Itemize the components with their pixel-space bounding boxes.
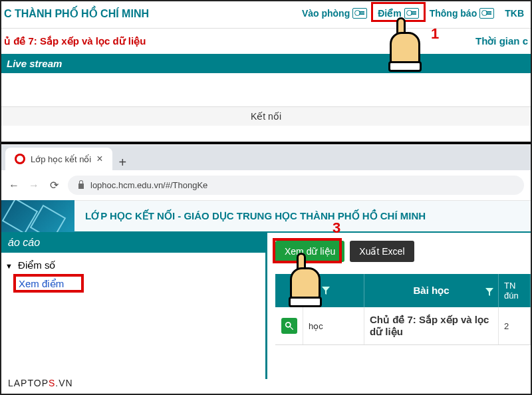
filter-icon[interactable]: [485, 287, 493, 295]
tree-link-xem-diem[interactable]: Xem điểm: [19, 278, 64, 289]
xem-du-lieu-button[interactable]: Xem dữ liệu: [275, 241, 344, 262]
watermark-post: .VN: [55, 378, 72, 388]
forward-icon[interactable]: →: [28, 180, 40, 192]
grid-header-row: ôn Bài học TN đún: [275, 274, 531, 307]
lesson-title: ủ đề 7: Sắp xếp và lọc dữ liệu: [4, 35, 146, 47]
tree-item-diem-so[interactable]: Điểm số: [1, 253, 265, 278]
left-panel-header: áo cáo: [1, 233, 265, 253]
banner-title: LỚP HỌC KẾT NỐI - GIÁO DỤC TRUNG HỌC THÀ…: [74, 210, 426, 222]
grid-header-mon: ôn: [309, 286, 318, 296]
watermark-pre: LAPTOP: [8, 378, 49, 388]
reload-icon[interactable]: ⟳: [48, 180, 60, 192]
filter-icon[interactable]: [322, 287, 330, 295]
back-icon[interactable]: ←: [8, 180, 20, 192]
nav-thong-bao[interactable]: Thông báo: [426, 5, 499, 21]
url-text: lophoc.hcm.edu.vn/#/ThongKe: [90, 180, 207, 190]
cell-bai-hoc: Chủ đề 7: Sắp xếp và lọc dữ liệu: [370, 314, 493, 338]
watermark-mid: S: [49, 378, 55, 388]
close-tab-icon[interactable]: ×: [96, 153, 102, 165]
nav-thong-bao-label: Thông báo: [430, 8, 477, 19]
search-row-button[interactable]: [281, 318, 297, 334]
nav-diem-label: Điểm: [378, 8, 401, 19]
id-card-icon: [352, 8, 367, 19]
site-banner: LỚP HỌC KẾT NỐI - GIÁO DỤC TRUNG HỌC THÀ…: [1, 201, 531, 233]
cell-tn: 2: [504, 321, 509, 331]
nav-diem[interactable]: Điểm: [374, 5, 422, 21]
nav-vao-phong[interactable]: Vào phòng: [298, 5, 371, 21]
nav-tkb-label: TKB: [505, 8, 524, 19]
callout-number-1: 1: [431, 25, 439, 43]
address-bar[interactable]: lophoc.hcm.edu.vn/#/ThongKe: [68, 176, 524, 195]
watermark: LAPTOPS.VN: [8, 378, 73, 388]
new-tab-button[interactable]: +: [112, 155, 134, 170]
browser-tab[interactable]: Lớp học kết nối ×: [5, 148, 112, 170]
lesson-time-label: Thời gian c: [475, 35, 528, 47]
grid-header-bai-hoc: Bài học: [413, 285, 449, 297]
table-row: học Chủ đề 7: Sắp xếp và lọc dữ liệu 2: [275, 307, 531, 345]
browser-toolbar: ← → ⟳ lophoc.hcm.edu.vn/#/ThongKe: [1, 170, 531, 201]
live-stream-bar: Live stream: [1, 54, 531, 73]
id-card-icon: [404, 8, 419, 19]
cell-mon: học: [309, 321, 323, 331]
lock-icon: [77, 180, 85, 191]
tab-title: Lớp học kết nối: [31, 154, 91, 164]
top-nav: Vào phòng Điểm Thông báo TKB: [298, 5, 528, 21]
connect-button[interactable]: Kết nối: [1, 106, 531, 126]
id-card-icon: [479, 8, 494, 19]
grid-header-tn: TN đún: [504, 281, 525, 301]
nav-vao-phong-label: Vào phòng: [302, 8, 350, 19]
favicon-icon: [15, 154, 25, 164]
xuat-excel-button[interactable]: Xuất Excel: [350, 241, 414, 262]
tree-item-label: Điểm số: [18, 259, 55, 271]
callout-number-3: 3: [332, 219, 340, 237]
site-title: C THÀNH PHỐ HỒ CHÍ MINH: [4, 7, 149, 20]
banner-graphic: [1, 200, 74, 232]
nav-tkb[interactable]: TKB: [501, 5, 528, 21]
browser-tab-bar: Lớp học kết nối × +: [1, 145, 531, 170]
